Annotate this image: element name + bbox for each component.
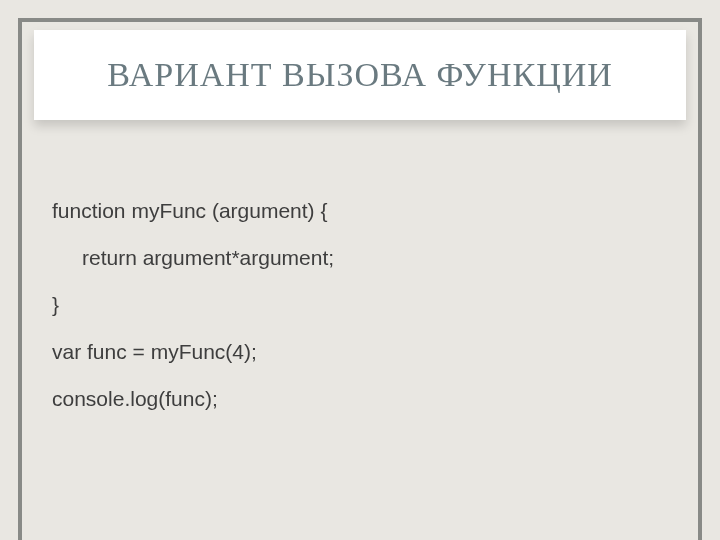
code-line-3: } [52,294,668,315]
code-block: function myFunc (argument) { return argu… [52,200,668,435]
code-line-2: return argument*argument; [52,247,668,268]
decorative-border-left [18,18,22,540]
slide-title: ВАРИАНТ ВЫЗОВА ФУНКЦИИ [34,56,686,94]
decorative-border-top [18,18,702,22]
title-container: ВАРИАНТ ВЫЗОВА ФУНКЦИИ [34,30,686,120]
decorative-border-right [698,18,702,540]
code-line-1: function myFunc (argument) { [52,200,668,221]
code-line-4: var func = myFunc(4); [52,341,668,362]
code-line-5: console.log(func); [52,388,668,409]
